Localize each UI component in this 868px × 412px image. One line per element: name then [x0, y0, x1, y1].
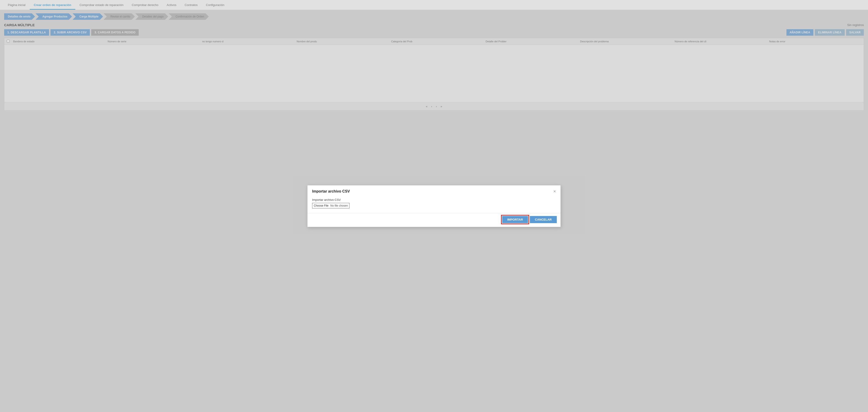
modal-footer: IMPORTAR CANCELAR	[308, 213, 560, 227]
cancelar-button[interactable]: CANCELAR	[530, 216, 557, 223]
modal-title: Importar archivo CSV	[312, 189, 350, 194]
choose-file-label: Choose File	[314, 204, 329, 207]
modal-field-label: Importar archivo CSV	[312, 198, 556, 202]
file-input-label[interactable]: Choose File No file chosen	[312, 203, 349, 208]
file-input-wrapper: Choose File No file chosen	[312, 203, 349, 208]
modal-overlay: Importar archivo CSV × Importar archivo …	[0, 0, 868, 412]
csv-import-modal: Importar archivo CSV × Importar archivo …	[307, 185, 561, 227]
modal-body: Importar archivo CSV Choose File No file…	[308, 196, 560, 213]
modal-close-button[interactable]: ×	[553, 189, 556, 194]
modal-header: Importar archivo CSV ×	[308, 185, 560, 196]
importar-button[interactable]: IMPORTAR	[502, 216, 528, 223]
no-file-chosen-label: No file chosen	[330, 204, 348, 207]
